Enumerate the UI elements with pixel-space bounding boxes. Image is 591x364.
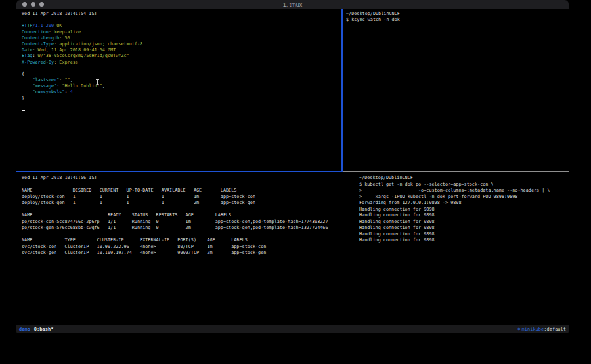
http-header: Date: Wed, 11 Apr 2018 09:41:54 GMT — [22, 47, 341, 53]
kubernetes-icon: ☸ — [517, 327, 520, 332]
http-protocol: HTTP — [22, 23, 32, 28]
status-right: ☸ minikube :default — [517, 327, 566, 332]
terminal-cursor — [22, 110, 25, 112]
header-name: Date — [22, 47, 32, 52]
titlebar[interactable]: 1. tmux — [16, 0, 569, 9]
json-close-brace: } — [22, 96, 24, 101]
status-left: demo 0:bash* — [19, 327, 53, 332]
header-value: Wed, 11 Apr 2018 09:41:54 GMT — [38, 47, 116, 52]
json-open-brace: { — [22, 71, 24, 77]
kube-namespace: :default — [544, 327, 566, 332]
close-button[interactable] — [22, 2, 27, 7]
window-tab[interactable]: 0:bash* — [34, 327, 54, 332]
header-name: Connection — [22, 30, 49, 35]
json-entry: "message": "Hello Dublin!", — [22, 83, 341, 89]
window-title: 1. tmux — [16, 0, 569, 9]
mouse-ibeam-cursor — [96, 79, 99, 85]
json-key: "message" — [32, 83, 56, 89]
header-value: keep-alive — [54, 30, 81, 35]
json-value: 4 — [70, 89, 73, 94]
header-value: Express — [59, 60, 78, 65]
header-name: X-Powered-By — [22, 60, 54, 65]
json-value: "" — [64, 77, 70, 83]
http-header: ETag: W/"38-05coCsrg3mQ75sHr1d/qcWTwYZc" — [22, 53, 341, 59]
minimize-button[interactable] — [31, 2, 35, 7]
header-name: Content-Type — [22, 41, 54, 47]
header-value: W/"38-05coCsrg3mQ75sHr1d/qcWTwYZc" — [38, 53, 129, 58]
pane-http-response[interactable]: Wed 11 Apr 2018 10:41:54 IST HTTP/1.1 20… — [16, 9, 341, 171]
pane-port-forward[interactable]: ~/Desktop/DublinCNCF $ kubectl get -n do… — [353, 172, 569, 325]
traffic-lights — [22, 2, 44, 7]
session-name: demo — [19, 327, 30, 332]
http-header: Content-Type: application/json; charset=… — [22, 41, 341, 47]
kube-context: minikube — [522, 327, 544, 332]
pane-kubectl-resources[interactable]: Wed 11 Apr 2018 10:41:56 IST NAME DESIRE… — [16, 172, 353, 325]
json-entry: "lastseen": "", — [22, 77, 341, 83]
zoom-button[interactable] — [39, 2, 44, 7]
kubectl-resources-output: Wed 11 Apr 2018 10:41:56 IST NAME DESIRE… — [22, 175, 353, 256]
tmux-content: Wed 11 Apr 2018 10:41:54 IST HTTP/1.1 20… — [16, 9, 569, 325]
http-header: Connection: keep-alive — [22, 30, 341, 35]
http-version-code: /1.1 200 — [32, 23, 54, 28]
header-name: ETag — [22, 53, 32, 58]
json-key: "lastseen" — [32, 77, 59, 83]
http-header: X-Powered-By: Express — [22, 60, 341, 66]
header-value: application/json; charset=utf-8 — [59, 41, 142, 47]
http-header: Content-Length: 56 — [22, 35, 341, 41]
header-name: Content-Length — [22, 35, 59, 41]
port-forward-output: ~/Desktop/DublinCNCF $ kubectl get -n do… — [359, 175, 569, 244]
json-entry: "numsymbols": 4 — [22, 89, 341, 95]
tmux-status-bar: demo 0:bash* ☸ minikube :default — [16, 325, 569, 333]
pane-ksync[interactable]: ~/Desktop/DublinCNCF $ ksync watch -n do… — [343, 9, 569, 171]
http-reason: OK — [56, 23, 62, 28]
terminal-window: 1. tmux Wed 11 Apr 2018 10:41:54 IST HTT… — [16, 0, 569, 333]
ksync-output: ~/Desktop/DublinCNCF $ ksync watch -n do… — [346, 11, 569, 24]
header-value: 56 — [64, 35, 70, 41]
json-key: "numsymbols" — [32, 89, 64, 94]
timestamp: Wed 11 Apr 2018 10:41:54 IST — [22, 11, 97, 16]
http-status-line: HTTP/1.1 200 OK — [22, 23, 341, 29]
